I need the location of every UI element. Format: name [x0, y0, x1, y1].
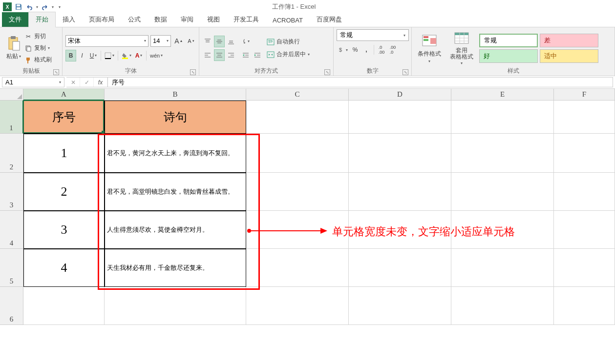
increase-decimal-button[interactable]: .0.00 [376, 44, 387, 56]
cell-A4[interactable]: 3 [23, 211, 105, 249]
row-header-1[interactable]: 1 [0, 101, 23, 134]
cancel-icon[interactable]: ✕ [66, 78, 80, 87]
cell-B2[interactable]: 君不见，黄河之水天上来，奔流到海不复回。 [105, 134, 246, 173]
cell-E5[interactable] [451, 249, 554, 287]
cut-button[interactable]: ✂剪切 [24, 31, 52, 42]
cell-D1[interactable] [349, 101, 451, 134]
wrap-text-button[interactable]: 自动换行 [267, 37, 310, 47]
align-bottom-button[interactable] [226, 36, 236, 47]
cell-E3[interactable] [451, 173, 554, 211]
cell-C2[interactable] [246, 134, 349, 173]
cell-B1[interactable]: 诗句 [105, 101, 246, 134]
align-middle-button[interactable] [214, 36, 225, 47]
comma-button[interactable]: , [361, 44, 372, 56]
clipboard-launcher[interactable]: ⤡ [53, 69, 59, 75]
cell-F2[interactable] [554, 134, 615, 173]
paste-button[interactable]: 粘贴▾ [3, 35, 24, 61]
cell-D3[interactable] [349, 173, 451, 211]
row-header-4[interactable]: 4 [0, 211, 23, 249]
tab-layout[interactable]: 页面布局 [82, 12, 121, 27]
tab-file[interactable]: 文件 [2, 12, 28, 27]
increase-font-button[interactable]: A▴ [173, 35, 184, 47]
undo-icon[interactable] [25, 3, 33, 11]
underline-button[interactable]: U▾ [88, 50, 99, 61]
tab-dev[interactable]: 开发工具 [227, 12, 266, 27]
align-left-button[interactable] [202, 49, 213, 61]
style-bad[interactable]: 差 [540, 34, 598, 47]
tab-insert[interactable]: 插入 [56, 12, 82, 27]
redo-dropdown[interactable]: ▾ [52, 5, 54, 9]
redo-icon[interactable] [41, 3, 49, 11]
font-color-button[interactable]: A▾ [133, 50, 144, 61]
col-header-D[interactable]: D [349, 89, 451, 101]
cell-C5[interactable] [246, 249, 349, 287]
name-box[interactable]: A1▾ [2, 77, 64, 87]
cell-A2[interactable]: 1 [23, 134, 105, 173]
style-good[interactable]: 好 [479, 49, 538, 63]
align-launcher[interactable]: ⤡ [324, 69, 330, 75]
tab-review[interactable]: 审阅 [174, 12, 200, 27]
cell-A3[interactable]: 2 [23, 173, 105, 211]
format-painter-button[interactable]: 格式刷 [24, 55, 52, 65]
cell-C1[interactable] [246, 101, 349, 134]
phonetic-button[interactable]: wén▾ [148, 50, 164, 61]
decrease-decimal-button[interactable]: .00.0 [387, 44, 398, 56]
font-size-combo[interactable]: 14▾ [150, 35, 171, 47]
undo-dropdown[interactable]: ▾ [36, 5, 38, 9]
copy-button[interactable]: 复制▾ [24, 43, 52, 54]
merge-center-button[interactable]: 合并后居中▾ [267, 49, 310, 60]
row-header-6[interactable]: 6 [0, 287, 23, 325]
percent-button[interactable]: % [350, 44, 361, 56]
align-right-button[interactable] [226, 49, 236, 61]
cell-E6[interactable] [451, 287, 554, 325]
row-header-5[interactable]: 5 [0, 249, 23, 287]
fill-color-button[interactable]: ▾ [120, 50, 133, 61]
cell-F1[interactable] [554, 101, 615, 134]
tab-baidu[interactable]: 百度网盘 [310, 12, 349, 27]
cell-B5[interactable]: 天生我材必有用，千金散尽还复来。 [105, 249, 246, 287]
cell-B3[interactable]: 君不见，高堂明镜悲白发，朝如青丝暮成雪。 [105, 173, 246, 211]
col-header-C[interactable]: C [246, 89, 349, 101]
bold-button[interactable]: B [65, 50, 76, 61]
increase-indent-button[interactable] [252, 49, 263, 61]
style-normal[interactable]: 常规 [479, 34, 538, 47]
font-name-combo[interactable]: 宋体▾ [65, 35, 148, 47]
tab-view[interactable]: 视图 [200, 12, 227, 27]
cell-B4[interactable]: 人生得意须尽欢，莫使金樽空对月。 [105, 211, 246, 249]
tab-formula[interactable]: 公式 [121, 12, 148, 27]
tab-home[interactable]: 开始 [28, 12, 56, 27]
align-center-button[interactable] [214, 49, 225, 61]
format-table-button[interactable]: 套用 表格格式▾ [447, 30, 476, 66]
italic-button[interactable]: I [77, 50, 87, 61]
font-launcher[interactable]: ⤡ [190, 69, 196, 75]
formula-input[interactable]: 序号 [108, 77, 613, 87]
col-header-F[interactable]: F [554, 89, 615, 101]
col-header-B[interactable]: B [105, 89, 246, 101]
align-top-button[interactable] [202, 36, 213, 47]
cell-D5[interactable] [349, 249, 451, 287]
tab-acrobat[interactable]: ACROBAT [266, 14, 310, 27]
cell-C3[interactable] [246, 173, 349, 211]
cell-E2[interactable] [451, 134, 554, 173]
cell-A1[interactable]: 序号 [23, 101, 105, 134]
cell-F5[interactable] [554, 249, 615, 287]
col-header-A[interactable]: A [23, 89, 105, 101]
row-header-3[interactable]: 3 [0, 173, 23, 211]
cell-D2[interactable] [349, 134, 451, 173]
tab-data[interactable]: 数据 [148, 12, 174, 27]
cell-D6[interactable] [349, 287, 451, 325]
save-icon[interactable] [15, 3, 22, 11]
cell-F3[interactable] [554, 173, 615, 211]
conditional-format-button[interactable]: 条件格式▾ [415, 32, 444, 64]
style-neutral[interactable]: 适中 [540, 49, 598, 63]
number-format-combo[interactable]: 常规▾ [337, 29, 409, 41]
decrease-indent-button[interactable] [240, 49, 251, 61]
cell-F6[interactable] [554, 287, 615, 325]
decrease-font-button[interactable]: A▾ [186, 35, 196, 47]
cell-E1[interactable] [451, 101, 554, 134]
col-header-E[interactable]: E [451, 89, 554, 101]
orientation-button[interactable]: ⤹▾ [240, 36, 251, 47]
cell-A5[interactable]: 4 [23, 249, 105, 287]
cell-F4[interactable] [554, 211, 615, 249]
accounting-button[interactable]: $▾ [337, 44, 349, 56]
